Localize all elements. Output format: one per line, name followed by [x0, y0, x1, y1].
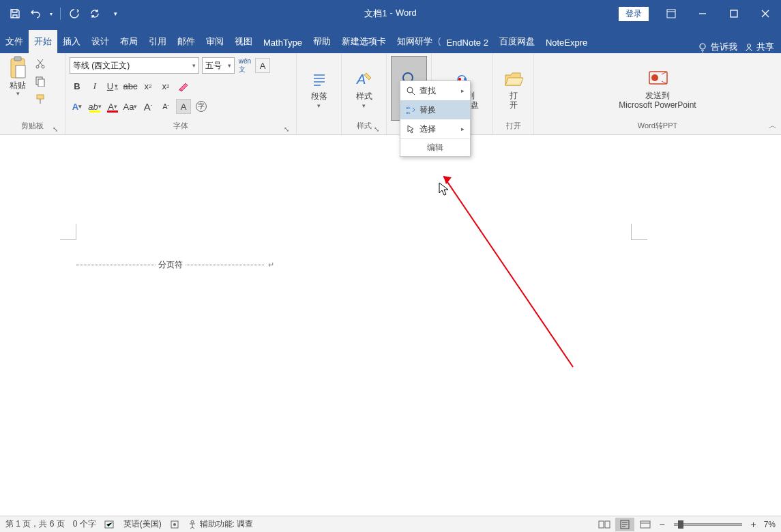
paste-button[interactable]: 粘贴 ▾ [4, 56, 31, 121]
strike-button[interactable]: abc [123, 78, 138, 93]
change-case-icon[interactable]: Aa▾ [123, 99, 138, 114]
undo-icon[interactable] [27, 5, 44, 22]
zoom-level[interactable]: 7% [764, 520, 776, 529]
svg-point-15 [464, 78, 467, 80]
ribbon-display-icon[interactable] [655, 0, 687, 27]
styles-launcher-icon[interactable]: ⤡ [372, 125, 381, 133]
char-border-icon[interactable]: A [255, 58, 270, 73]
menu-item-find[interactable]: 查找 ▸ [400, 81, 470, 100]
highlight-icon[interactable]: ab▾ [87, 99, 102, 114]
tab-cnki[interactable]: 知网研学 [392, 30, 438, 53]
collapse-ribbon-icon[interactable]: ︿ [769, 120, 777, 132]
svg-rect-11 [37, 95, 44, 99]
menu-item-select[interactable]: 选择 ▸ [400, 119, 470, 138]
tab-mathtype[interactable]: MathType [258, 32, 308, 53]
status-spellcheck-icon[interactable] [104, 520, 115, 529]
zoom-slider[interactable] [674, 523, 742, 526]
search-icon [406, 86, 415, 95]
status-words[interactable]: 0 个字 [73, 518, 96, 530]
page-corner-tr [631, 224, 647, 240]
font-launcher-icon[interactable]: ⤡ [282, 125, 291, 133]
status-macro-icon[interactable] [170, 520, 179, 529]
minimize-icon[interactable] [687, 0, 718, 27]
tab-help[interactable]: 帮助 [308, 30, 336, 53]
copy-icon[interactable] [33, 74, 48, 89]
svg-rect-10 [38, 79, 44, 87]
svg-text:A: A [356, 72, 366, 87]
group-paragraph: 段落 ▾ [297, 53, 342, 134]
tab-design[interactable]: 设计 [86, 30, 115, 53]
tab-noteexpress[interactable]: NoteExpre [540, 32, 593, 53]
maximize-icon[interactable] [718, 0, 750, 27]
view-print-icon[interactable] [615, 518, 634, 531]
tab-insert[interactable]: 插入 [57, 30, 86, 53]
tab-file[interactable]: 文件 [0, 30, 29, 53]
login-button[interactable]: 登录 [619, 7, 649, 21]
edit-menu-footer: 编辑 [400, 138, 470, 156]
zoom-out-icon[interactable]: − [656, 518, 668, 531]
tab-review[interactable]: 审阅 [201, 30, 229, 53]
status-page[interactable]: 第 1 页，共 6 页 [5, 518, 65, 530]
zoom-in-icon[interactable]: + [748, 518, 760, 531]
tell-me[interactable]: 告诉我 [697, 41, 737, 53]
cursor-icon [406, 124, 415, 134]
view-web-icon[interactable] [636, 518, 655, 531]
grow-font-icon[interactable]: Aˆ [141, 99, 156, 114]
share-button[interactable]: 共享 [744, 41, 774, 53]
tab-home[interactable]: 开始 [29, 30, 57, 53]
underline-button[interactable]: U▾ [105, 78, 120, 93]
status-language[interactable]: 英语(美国) [123, 518, 162, 530]
svg-rect-28 [605, 521, 610, 528]
ribbon-tabs: 文件 开始 插入 设计 布局 引用 邮件 审阅 视图 MathType 帮助 新… [0, 27, 781, 53]
clear-format-icon[interactable] [176, 78, 191, 93]
char-shading-icon[interactable]: A [176, 99, 191, 114]
document-area[interactable]: 分页符 ↵ [0, 135, 781, 516]
redo-icon[interactable] [66, 5, 83, 22]
phonetic-guide-icon[interactable]: wén文 [237, 58, 252, 73]
styles-button[interactable]: A 样式 ▾ [346, 56, 382, 121]
open-button[interactable]: 打开 [497, 56, 529, 121]
tab-newtab[interactable]: 新建选项卡 [336, 30, 392, 53]
tab-baidu[interactable]: 百度网盘 [494, 30, 540, 53]
tab-endnote[interactable]: EndNote 2 [441, 32, 493, 53]
close-icon[interactable] [750, 0, 781, 27]
superscript-button[interactable]: x2 [158, 78, 173, 93]
quick-access-toolbar: ▾ ▾ [0, 5, 123, 22]
view-read-icon[interactable] [595, 518, 614, 531]
qat-customize-icon[interactable]: ▾ [107, 5, 123, 22]
text-effects-icon[interactable]: A▾ [70, 99, 85, 114]
tab-layout[interactable]: 布局 [115, 30, 143, 53]
group-ppt: 发送到Microsoft PowerPoint Word转PPT ︿ [534, 53, 781, 134]
font-size-combo[interactable]: 五号▾ [202, 57, 235, 74]
svg-rect-6 [16, 65, 25, 78]
app-name: Word [396, 8, 417, 20]
undo-dd-icon[interactable]: ▾ [48, 5, 55, 22]
shrink-font-icon[interactable]: Aˇ [158, 99, 173, 114]
font-color-icon[interactable]: A▾ [105, 99, 120, 114]
tab-mailings[interactable]: 邮件 [172, 30, 201, 53]
bulb-icon [697, 42, 708, 53]
ribbon: 粘贴 ▾ 剪贴板⤡ 等线 (西文正文)▾ 五号▾ wén文 A B I U▾ [0, 53, 781, 135]
page-break-indicator: 分页符 ↵ [76, 259, 274, 271]
enclose-char-icon[interactable]: 字 [194, 99, 209, 114]
menu-item-replace[interactable]: abac 替换 [400, 100, 470, 119]
ppt-icon [647, 68, 668, 89]
tab-view[interactable]: 视图 [229, 30, 258, 53]
format-painter-icon[interactable] [33, 91, 48, 106]
cut-icon[interactable] [33, 56, 48, 71]
clipboard-launcher-icon[interactable]: ⤡ [51, 125, 59, 133]
status-bar: 第 1 页，共 6 页 0 个字 英语(美国) 辅助功能: 调查 − + 7% [0, 516, 781, 532]
sync-icon[interactable] [87, 5, 103, 22]
page-corner-tl [60, 224, 76, 240]
font-name-combo[interactable]: 等线 (西文正文)▾ [70, 57, 199, 74]
bold-button[interactable]: B [70, 78, 85, 93]
paragraph-button[interactable]: 段落 ▾ [301, 56, 337, 121]
replace-icon: abac [406, 105, 415, 115]
save-icon[interactable] [7, 5, 23, 22]
tab-references[interactable]: 引用 [143, 30, 172, 53]
svg-rect-5 [14, 57, 21, 61]
send-to-ppt-button[interactable]: 发送到Microsoft PowerPoint [600, 56, 716, 121]
subscript-button[interactable]: x2 [141, 78, 156, 93]
status-accessibility[interactable]: 辅助功能: 调查 [188, 518, 254, 530]
italic-button[interactable]: I [87, 78, 102, 93]
